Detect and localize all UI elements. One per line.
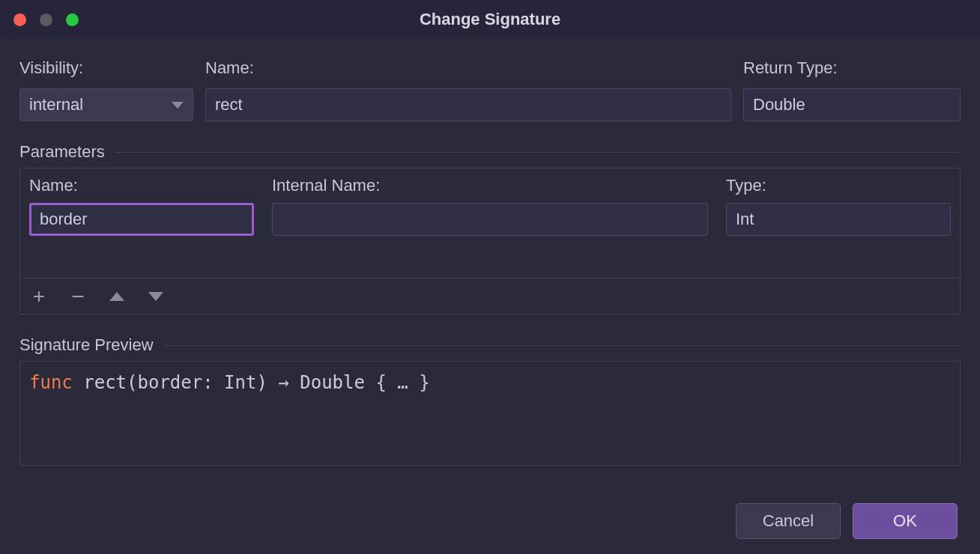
visibility-selected-value: internal [29,95,83,115]
parameter-column-headers: Name: Internal Name: Type: [29,176,951,203]
divider [115,152,961,153]
add-parameter-icon[interactable] [31,288,47,305]
move-up-icon[interactable] [109,288,125,305]
dialog-footer: Cancel OK [736,503,958,539]
preview-fn-name: rect [83,372,127,393]
cancel-button[interactable]: Cancel [736,503,841,539]
param-type-input[interactable] [726,203,951,236]
window-title: Change Signature [0,10,980,29]
divider [164,345,961,346]
return-type-label: Return Type: [743,58,961,78]
visibility-label: Visibility: [19,58,193,78]
cancel-button-label: Cancel [763,511,814,531]
param-name-input[interactable] [29,203,254,236]
visibility-select[interactable]: internal [19,88,193,121]
ok-button[interactable]: OK [853,503,958,539]
window-controls [13,13,79,26]
param-internal-name-input-text[interactable] [282,204,698,235]
return-type-input[interactable] [743,88,961,121]
signature-preview: func rect(border: Int) → Double { … } [19,361,961,466]
return-type-field-group: Return Type: [743,58,961,121]
parameters-section-header: Parameters [19,142,961,162]
preview-arrow: → [267,372,300,393]
top-fields-row: Visibility: internal Name: Return Type: [19,58,961,121]
param-name-input-text[interactable] [40,204,244,234]
return-type-input-text[interactable] [753,89,951,121]
parameters-section-title: Parameters [19,142,105,162]
name-input-text[interactable] [215,89,722,121]
name-label: Name: [205,58,731,78]
param-type-header: Type: [726,176,951,195]
visibility-field-group: Visibility: internal [19,58,193,121]
preview-section-header: Signature Preview [19,335,961,355]
param-internal-name-input[interactable] [272,203,708,236]
parameters-panel: Name: Internal Name: Type: [19,168,961,314]
minimize-window-icon[interactable] [40,13,52,26]
chevron-down-icon [172,102,184,109]
zoom-window-icon[interactable] [66,13,79,26]
parameters-toolbar [20,278,960,314]
move-down-icon[interactable] [148,288,164,305]
preview-keyword: func [29,372,73,393]
name-field-group: Name: [205,58,731,121]
titlebar: Change Signature [0,0,980,39]
preview-section-title: Signature Preview [19,335,154,355]
param-type-input-text[interactable] [736,204,941,235]
preview-return-type: Double [300,372,365,393]
param-name-header: Name: [29,176,254,195]
preview-args: (border: Int) [127,372,267,393]
remove-parameter-icon[interactable] [70,288,86,305]
parameter-row [29,203,951,236]
preview-tail: { … } [365,372,430,393]
close-window-icon[interactable] [13,13,26,26]
name-input[interactable] [205,88,731,121]
ok-button-label: OK [893,511,917,531]
param-internal-name-header: Internal Name: [272,176,708,195]
